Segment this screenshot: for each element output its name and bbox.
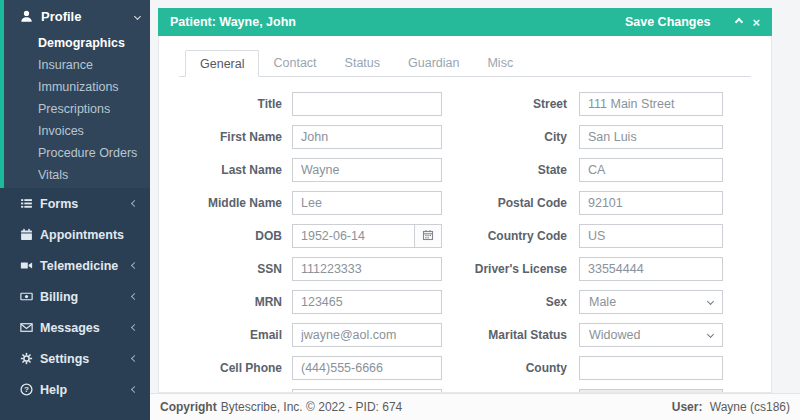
street-input[interactable]: [579, 92, 723, 116]
dob-date-group: [292, 224, 442, 248]
sidebar-item-immunizations[interactable]: Immunizations: [4, 76, 150, 98]
user-icon: [20, 10, 33, 23]
title-input[interactable]: [292, 92, 442, 116]
dob-input[interactable]: [292, 224, 414, 248]
chevron-left-icon: [131, 386, 138, 393]
tab-status[interactable]: Status: [331, 50, 394, 76]
close-panel-button[interactable]: ×: [752, 16, 760, 29]
sidebar-item-messages[interactable]: Messages: [0, 312, 150, 343]
user-label: User:: [672, 400, 703, 414]
user-text: Wayne (cs186): [710, 400, 790, 414]
city-input[interactable]: [579, 125, 723, 149]
chevron-left-icon: [131, 324, 138, 331]
user-status: User: Wayne (cs186): [672, 400, 790, 414]
middle-name-input[interactable]: [292, 191, 442, 215]
envelope-icon: [20, 321, 33, 334]
main-content: Patient: Wayne, John Save Changes × Gene…: [150, 0, 800, 393]
tab-general[interactable]: General: [185, 50, 259, 77]
page-title: Patient: Wayne, John: [170, 15, 625, 29]
chevron-down-icon: [134, 12, 141, 19]
sidebar-item-label: Forms: [40, 197, 78, 211]
field-label-street: Street: [466, 97, 567, 111]
sidebar-section-profile: Profile Demographics Insurance Immunizat…: [0, 0, 150, 188]
field-label-drivers-license: Driver's License: [466, 262, 567, 276]
ssn-input[interactable]: [292, 257, 442, 281]
gear-icon: [20, 352, 33, 365]
sidebar-item-procedure-orders[interactable]: Procedure Orders: [4, 142, 150, 164]
field-label-sex: Sex: [466, 295, 567, 309]
field-label-last-name: Last Name: [179, 163, 282, 177]
save-changes-button[interactable]: Save Changes: [625, 15, 710, 29]
chevron-up-icon: [735, 18, 743, 26]
copyright-text: Bytescribe, Inc. © 2022 - PID: 674: [221, 400, 403, 414]
first-name-input[interactable]: [292, 125, 442, 149]
sidebar-item-invoices[interactable]: Invoices: [4, 120, 150, 142]
field-label-mrn: MRN: [179, 295, 282, 309]
postal-code-input[interactable]: [579, 191, 723, 215]
sidebar-item-appointments[interactable]: Appointments: [0, 219, 150, 250]
last-name-input[interactable]: [292, 158, 442, 182]
collapse-panel-button[interactable]: [736, 19, 742, 25]
sidebar-item-label: Settings: [40, 352, 89, 366]
field-label-ssn: SSN: [179, 262, 282, 276]
calendar-icon: [422, 227, 434, 245]
marital-status-select[interactable]: Widowed: [579, 323, 723, 347]
svg-text:?: ?: [24, 385, 29, 394]
field-label-email: Email: [179, 328, 282, 342]
field-label-state: State: [466, 163, 567, 177]
sidebar-item-profile[interactable]: Profile: [4, 0, 150, 32]
sidebar-item-prescriptions[interactable]: Prescriptions: [4, 98, 150, 120]
state-input[interactable]: [579, 158, 723, 182]
tab-bar: General Contact Status Guardian Misc: [179, 50, 751, 77]
sidebar-item-forms[interactable]: Forms: [0, 188, 150, 219]
sidebar-item-help[interactable]: ? Help: [0, 374, 150, 405]
chevron-left-icon: [131, 262, 138, 269]
sidebar-item-telemedicine[interactable]: Telemedicine: [0, 250, 150, 281]
sidebar-item-label: Profile: [41, 9, 81, 24]
tab-guardian[interactable]: Guardian: [394, 50, 473, 76]
marital-status-select-value: Widowed: [589, 328, 708, 342]
sex-select[interactable]: Male: [579, 290, 723, 314]
panel-body: General Contact Status Guardian Misc Tit…: [158, 36, 772, 393]
tab-contact[interactable]: Contact: [259, 50, 330, 76]
field-label-country-code: Country Code: [466, 229, 567, 243]
calendar-picker-button[interactable]: [414, 224, 442, 248]
chevron-left-icon: [131, 200, 138, 207]
demographics-form: Title First Name Last Name Middle Name D…: [179, 87, 751, 393]
sidebar-item-label: Messages: [40, 321, 100, 335]
chevron-left-icon: [131, 293, 138, 300]
sidebar-item-insurance[interactable]: Insurance: [4, 54, 150, 76]
chevron-left-icon: [131, 355, 138, 362]
video-camera-icon: [20, 259, 33, 272]
email-input[interactable]: [292, 323, 442, 347]
sidebar: Profile Demographics Insurance Immunizat…: [0, 0, 150, 420]
country-code-input[interactable]: [579, 224, 723, 248]
field-label-middle-name: Middle Name: [179, 196, 282, 210]
county-input[interactable]: [579, 356, 723, 380]
calendar-icon: [20, 228, 33, 241]
mrn-input[interactable]: [292, 290, 442, 314]
footer: Copyright Bytescribe, Inc. © 2022 - PID:…: [150, 393, 800, 420]
sidebar-item-vitals[interactable]: Vitals: [4, 164, 150, 186]
form-column-left: Title First Name Last Name Middle Name D…: [179, 87, 442, 393]
field-label-city: City: [466, 130, 567, 144]
chevron-down-icon: [707, 331, 714, 338]
tab-misc[interactable]: Misc: [473, 50, 527, 76]
field-label-dob: DOB: [179, 229, 282, 243]
sidebar-item-label: Appointments: [40, 228, 124, 242]
money-icon: [20, 290, 33, 303]
sidebar-item-label: Billing: [40, 290, 78, 304]
list-icon: [20, 197, 33, 210]
field-label-postal-code: Postal Code: [466, 196, 567, 210]
sidebar-item-settings[interactable]: Settings: [0, 343, 150, 374]
patient-panel: Patient: Wayne, John Save Changes × Gene…: [158, 8, 772, 393]
question-circle-icon: ?: [20, 383, 33, 396]
sidebar-item-billing[interactable]: Billing: [0, 281, 150, 312]
cell-phone-input[interactable]: [292, 356, 442, 380]
chevron-down-icon: [707, 298, 714, 305]
copyright-label: Copyright: [160, 400, 217, 414]
field-label-county: County: [466, 361, 567, 375]
sidebar-item-demographics[interactable]: Demographics: [4, 32, 150, 54]
sidebar-item-label: Help: [40, 383, 67, 397]
drivers-license-input[interactable]: [579, 257, 723, 281]
